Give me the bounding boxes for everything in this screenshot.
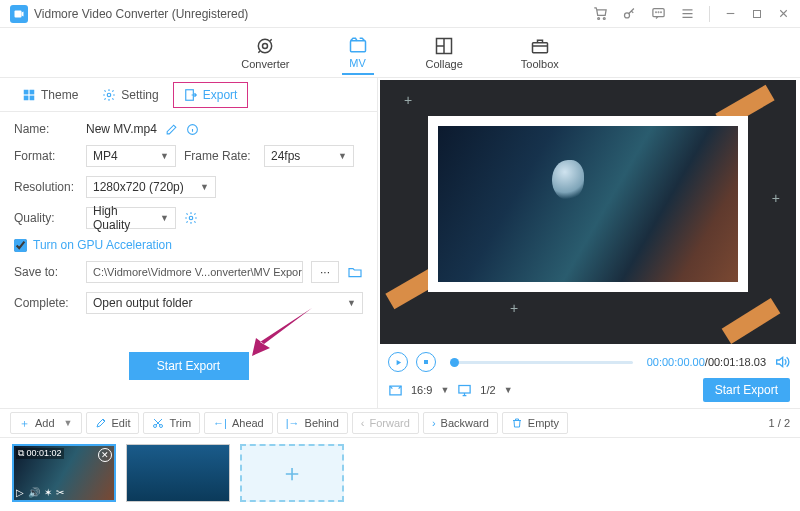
svg-rect-17 xyxy=(30,95,35,100)
edit-button[interactable]: Edit xyxy=(86,412,140,434)
name-value: New MV.mp4 xyxy=(86,122,157,136)
plus-marker: + xyxy=(404,92,412,108)
edit-name-icon[interactable] xyxy=(165,123,178,136)
framerate-label: Frame Rate: xyxy=(184,149,256,163)
volume-icon[interactable] xyxy=(774,354,790,370)
export-form: Name: New MV.mp4 Format: MP4▼ Frame Rate… xyxy=(0,112,377,324)
collage-icon xyxy=(434,36,454,56)
thumbnail-2[interactable] xyxy=(126,444,230,502)
subtab-theme[interactable]: Theme xyxy=(12,83,88,107)
tab-converter[interactable]: Converter xyxy=(235,32,295,74)
svg-point-3 xyxy=(625,13,630,18)
aspect-select[interactable]: 16:9▼ xyxy=(411,384,449,396)
format-select[interactable]: MP4▼ xyxy=(86,145,176,167)
preview-pane: + + + 00:00:00.00/00:01:18.03 16:9▼ 1/2▼… xyxy=(378,78,800,408)
key-icon[interactable] xyxy=(622,6,637,21)
svg-rect-15 xyxy=(30,89,35,94)
player-controls: 00:00:00.00/00:01:18.03 16:9▼ 1/2▼ Start… xyxy=(378,346,800,408)
tab-mv[interactable]: MV xyxy=(342,31,374,75)
preview-frame xyxy=(428,116,748,292)
svg-point-9 xyxy=(259,39,272,52)
format-label: Format: xyxy=(14,149,78,163)
complete-select[interactable]: Open output folder▼ xyxy=(86,292,363,314)
thumb-action-icons: ▷ 🔊 ✶ ✂ xyxy=(16,487,64,498)
framerate-select[interactable]: 24fps▼ xyxy=(264,145,354,167)
backward-button[interactable]: ›Backward xyxy=(423,412,498,434)
play-button[interactable] xyxy=(388,352,408,372)
subtab-export[interactable]: Export xyxy=(173,82,249,108)
maximize-icon[interactable] xyxy=(751,8,763,20)
left-pane: Theme Setting Export Name: New MV.mp4 Fo… xyxy=(0,78,378,408)
svg-rect-0 xyxy=(15,10,22,17)
start-export-right-button[interactable]: Start Export xyxy=(703,378,790,402)
svg-rect-11 xyxy=(350,40,365,51)
resolution-label: Resolution: xyxy=(14,180,78,194)
subtab-setting[interactable]: Setting xyxy=(92,83,168,107)
tab-collage[interactable]: Collage xyxy=(420,32,469,74)
menu-icon[interactable] xyxy=(680,6,695,21)
info-icon[interactable] xyxy=(186,123,199,136)
delete-thumb-icon[interactable]: ✕ xyxy=(98,448,112,462)
tape-decoration xyxy=(722,298,781,344)
saveto-more-button[interactable]: ··· xyxy=(311,261,339,283)
empty-button[interactable]: Empty xyxy=(502,412,568,434)
trim-button[interactable]: Trim xyxy=(143,412,200,434)
duration-badge: ⧉ 00:01:02 xyxy=(16,448,64,459)
thumb-vol-icon[interactable]: 🔊 xyxy=(28,487,40,498)
preview-image xyxy=(438,126,738,282)
svg-point-18 xyxy=(108,93,112,97)
thumbnail-1[interactable]: ⧉ 00:01:02 ✕ ▷ 🔊 ✶ ✂ xyxy=(12,444,116,502)
thumb-play-icon[interactable]: ▷ xyxy=(16,487,24,498)
svg-rect-24 xyxy=(459,385,470,393)
svg-point-2 xyxy=(603,18,605,20)
svg-point-10 xyxy=(263,43,268,48)
behind-button[interactable]: |→Behind xyxy=(277,412,348,434)
feedback-icon[interactable] xyxy=(651,6,666,21)
converter-icon xyxy=(255,36,275,56)
preview-canvas: + + + xyxy=(380,80,796,344)
gpu-checkbox[interactable]: Turn on GPU Acceleration xyxy=(14,238,172,252)
name-label: Name: xyxy=(14,122,78,136)
clip-toolbar: ＋Add▼ Edit Trim ←|Ahead |→Behind ‹Forwar… xyxy=(0,408,800,438)
resolution-select[interactable]: 1280x720 (720p)▼ xyxy=(86,176,216,198)
app-logo xyxy=(10,5,28,23)
minimize-icon[interactable] xyxy=(724,7,737,20)
screen-icon[interactable] xyxy=(457,383,472,398)
stop-button[interactable] xyxy=(416,352,436,372)
thumb-trim-icon[interactable]: ✂ xyxy=(56,487,64,498)
quality-select[interactable]: High Quality▼ xyxy=(86,207,176,229)
toolbox-icon xyxy=(530,36,550,56)
plus-marker: + xyxy=(772,190,780,206)
subtabs: Theme Setting Export xyxy=(0,78,377,112)
svg-point-5 xyxy=(656,12,657,13)
scale-select[interactable]: 1/2▼ xyxy=(480,384,512,396)
close-icon[interactable] xyxy=(777,7,790,20)
svg-point-1 xyxy=(598,18,600,20)
cart-icon[interactable] xyxy=(593,6,608,21)
thumb-edit-icon[interactable]: ✶ xyxy=(44,487,52,498)
quality-gear-icon[interactable] xyxy=(184,211,198,225)
add-thumbnail-button[interactable]: ＋ xyxy=(240,444,344,502)
svg-point-21 xyxy=(189,216,193,220)
progress-bar[interactable] xyxy=(450,361,633,364)
page-indicator: 1 / 2 xyxy=(769,417,790,429)
thumbnail-strip: ⧉ 00:01:02 ✕ ▷ 🔊 ✶ ✂ ＋ xyxy=(0,438,800,508)
start-export-button[interactable]: Start Export xyxy=(129,352,249,380)
svg-rect-14 xyxy=(24,89,29,94)
app-title: Vidmore Video Converter (Unregistered) xyxy=(34,7,593,21)
forward-button: ‹Forward xyxy=(352,412,419,434)
plus-marker: + xyxy=(510,300,518,316)
complete-label: Complete: xyxy=(14,296,78,310)
ahead-button[interactable]: ←|Ahead xyxy=(204,412,273,434)
main-tabs: Converter MV Collage Toolbox xyxy=(0,28,800,78)
saveto-label: Save to: xyxy=(14,265,78,279)
folder-open-icon[interactable] xyxy=(347,264,363,280)
time-display: 00:00:00.00/00:01:18.03 xyxy=(647,356,766,368)
add-button[interactable]: ＋Add▼ xyxy=(10,412,82,434)
snapshot-icon[interactable] xyxy=(388,383,403,398)
saveto-path[interactable]: C:\Vidmore\Vidmore V...onverter\MV Expor… xyxy=(86,261,303,283)
svg-rect-16 xyxy=(24,95,29,100)
svg-point-7 xyxy=(661,12,662,13)
titlebar: Vidmore Video Converter (Unregistered) xyxy=(0,0,800,28)
tab-toolbox[interactable]: Toolbox xyxy=(515,32,565,74)
